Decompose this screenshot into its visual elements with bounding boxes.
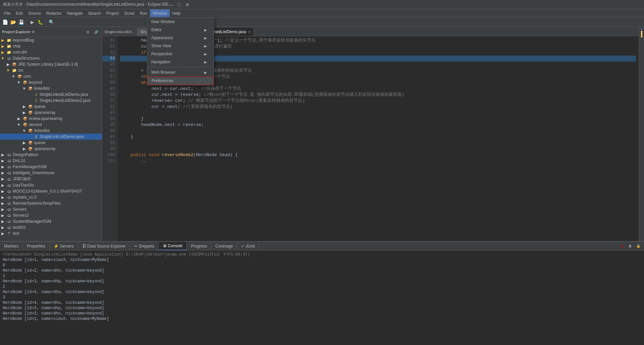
console-tab-progress[interactable]: Progress: [187, 242, 211, 250]
console-clear-btn[interactable]: 🗑: [627, 243, 634, 250]
list-item[interactable]: ▶ 🗂 Servers2: [0, 212, 102, 218]
item-label: RemoteSystemsTempFiles: [13, 201, 61, 206]
menu-navigate[interactable]: Navigate: [64, 9, 85, 17]
list-item[interactable]: ▶ 📁 beyondBlog: [0, 37, 102, 43]
menu-preferences[interactable]: Preferences: [147, 76, 214, 85]
pe-collapse-btn[interactable]: ⊟: [84, 28, 92, 36]
toolbar-save[interactable]: 💾: [17, 18, 25, 26]
pe-link-btn[interactable]: 🔗: [93, 28, 100, 36]
list-item[interactable]: J SingleLinkListDemo.java: [0, 134, 102, 140]
list-item[interactable]: ▶ 🗂 DesignPattern: [0, 152, 102, 158]
console-tab-coverage[interactable]: Coverage: [211, 242, 237, 250]
console-tab-markers[interactable]: Markers: [0, 242, 23, 250]
item-label: text: [13, 231, 19, 236]
list-item[interactable]: ▶ 🗂 DHL10: [0, 158, 102, 164]
java3-expand-icon: [27, 134, 32, 139]
list-item[interactable]: ▶ 📦 JRE System Library [JavaSE-1.8]: [0, 61, 102, 67]
toolbar-search[interactable]: 🔍: [48, 18, 55, 26]
menu-appearance[interactable]: Appearance ▶: [147, 34, 214, 42]
console-output-line: HeroNode [id=3, name=dhp, nickname=beyon…: [3, 279, 641, 284]
list-item[interactable]: ▶ 🗂 RemoteSystemsTempFiles: [0, 200, 102, 206]
menu-edit[interactable]: Edit: [13, 9, 25, 17]
console-tab-snippets[interactable]: ✂ Snippets: [130, 242, 159, 250]
jre-expand-icon: ▶: [5, 62, 11, 67]
list-item[interactable]: ▶ 🗂 Intelligent_Greenhouse: [0, 170, 102, 176]
list-item[interactable]: ▼ 📦 com: [0, 73, 102, 79]
item-label: FarmManagerSSM: [13, 164, 47, 169]
sparse1-expand-icon: ▶: [21, 110, 27, 115]
list-item[interactable]: J SingleLinkedListDemo2.java: [0, 97, 102, 104]
list-item[interactable]: ▶ 🗂 LiaoTianShi: [0, 182, 102, 188]
menu-web-browser[interactable]: Web Browser ▶: [147, 68, 214, 76]
menu-run[interactable]: Run: [137, 9, 150, 17]
toolbar-debug[interactable]: 🐛: [37, 18, 44, 26]
list-item[interactable]: ▶ 📦 queue: [0, 140, 102, 146]
list-item[interactable]: ▶ T text: [0, 230, 102, 236]
menu-source[interactable]: Source: [25, 9, 44, 17]
console-tab-junit[interactable]: ✓ JUnit: [237, 242, 259, 250]
list-item[interactable]: ▶ 🗂 mybatis_v1.0: [0, 194, 102, 200]
console-toolbar-buttons: ■ 🗑 🔒: [619, 243, 644, 250]
editor-tab-file-header[interactable]: SingleLinkListDe...: [102, 28, 137, 36]
list-item[interactable]: ▶ 📁 com.dhl: [0, 49, 102, 55]
list-item[interactable]: ▼ 📦 second: [0, 122, 102, 128]
list-item[interactable]: J SingleLinkedListDemo.java: [0, 91, 102, 97]
console-tab-servers[interactable]: ⚡ Servers: [50, 242, 78, 250]
menu-new-window[interactable]: New Window: [147, 18, 214, 26]
minimize-button[interactable]: —: [169, 2, 174, 7]
list-item[interactable]: ▼ 📦 beyond: [0, 79, 102, 85]
list-item[interactable]: ▼ 📦 linkedlist: [0, 85, 102, 91]
menu-search[interactable]: Search: [86, 9, 104, 17]
list-item[interactable]: ▶ 📁 chat: [0, 43, 102, 49]
menu-scout[interactable]: Scout: [121, 9, 137, 17]
console-tab-datasource[interactable]: 🗄 Data Source Explorer: [78, 242, 130, 250]
ig-expand-icon: ▶: [0, 170, 5, 176]
list-item[interactable]: ▶ 🗂 JDBC操作: [0, 176, 102, 182]
code-line: cur.next = reverse; //将cur的下一个节点 是 指向新节点…: [120, 92, 636, 98]
console-scroll-lock-btn[interactable]: 🔒: [635, 243, 642, 250]
dp-expand-icon: ▶: [0, 152, 5, 157]
list-item[interactable]: ▶ 📦 queue: [0, 104, 102, 110]
list-item[interactable]: ▶ 🗂 MOOC13-01Maven_0.0.1-SNAPSHOT: [0, 188, 102, 194]
menu-refactor[interactable]: Refactor: [44, 9, 64, 17]
second-expand-icon: ▼: [16, 122, 21, 127]
list-item[interactable]: ▶ 📦 sparsearray: [0, 110, 102, 116]
list-item[interactable]: ▶ 🗂 StudentManagerSSM: [0, 218, 102, 224]
folder-expand-icon: ▶: [0, 44, 5, 49]
jdbc-icon: 🗂: [6, 177, 12, 182]
close-button[interactable]: ✕: [185, 2, 190, 7]
console-stop-btn[interactable]: ■: [619, 243, 626, 250]
list-item[interactable]: ▶ 🗂 test001: [0, 224, 102, 230]
maximize-button[interactable]: □: [177, 2, 182, 7]
toolbar-open[interactable]: 📂: [9, 18, 17, 26]
text-expand-icon: ▶: [0, 231, 5, 236]
menu-show-view[interactable]: Show View ▶: [147, 42, 214, 50]
menu-help[interactable]: Help: [170, 9, 183, 17]
project-explorer-content[interactable]: ▶ 📁 beyondBlog ▶ 📁 chat ▶ 📁 com.dhl ▼ 🗂: [0, 37, 102, 241]
console-tab-console[interactable]: 🖥 Console: [159, 242, 187, 250]
list-item[interactable]: ▼ 📦 linkedlist: [0, 128, 102, 134]
list-item[interactable]: ▼ 🗂 DataStructures: [0, 55, 102, 61]
item-label: review.sparsearray: [29, 116, 63, 121]
list-item[interactable]: ▶ 📦 sparsearray: [0, 146, 102, 152]
console-tab-properties[interactable]: Properties: [23, 242, 50, 250]
menu-window[interactable]: Window: [150, 9, 170, 17]
menu-perspective[interactable]: Perspective ▶: [147, 50, 214, 58]
menu-file[interactable]: File: [1, 9, 13, 17]
toolbar-new[interactable]: 📄: [1, 18, 9, 26]
code-line: [120, 110, 636, 116]
list-item[interactable]: ▶ 🗂 Servers: [0, 206, 102, 212]
upper-panel: Project Explorer ☆ ⊟ 🔗 ▶ 📁 beyondBlog ▶ …: [0, 27, 644, 241]
console-content[interactable]: <terminated> SingleLinkListDemo [Java Ap…: [0, 251, 644, 345]
menu-navigation[interactable]: Navigation ▶: [147, 58, 214, 66]
menu-editor[interactable]: Editor ▶: [147, 26, 214, 34]
list-item[interactable]: ▼ 📁 src: [0, 67, 102, 73]
list-item[interactable]: ▶ 🗂 FarmManagerSSM: [0, 164, 102, 170]
toolbar-run[interactable]: ▶: [29, 18, 36, 26]
menu-project[interactable]: Project: [104, 9, 121, 17]
project-explorer-panel: Project Explorer ☆ ⊟ 🔗 ▶ 📁 beyondBlog ▶ …: [0, 27, 102, 241]
item-label: Servers2: [13, 213, 29, 218]
console-panel: Markers Properties ⚡ Servers 🗄 Data Sour…: [0, 241, 644, 345]
tab-close-icon[interactable]: ×: [248, 30, 250, 34]
list-item[interactable]: ▶ 📦 review.sparsearray: [0, 116, 102, 122]
